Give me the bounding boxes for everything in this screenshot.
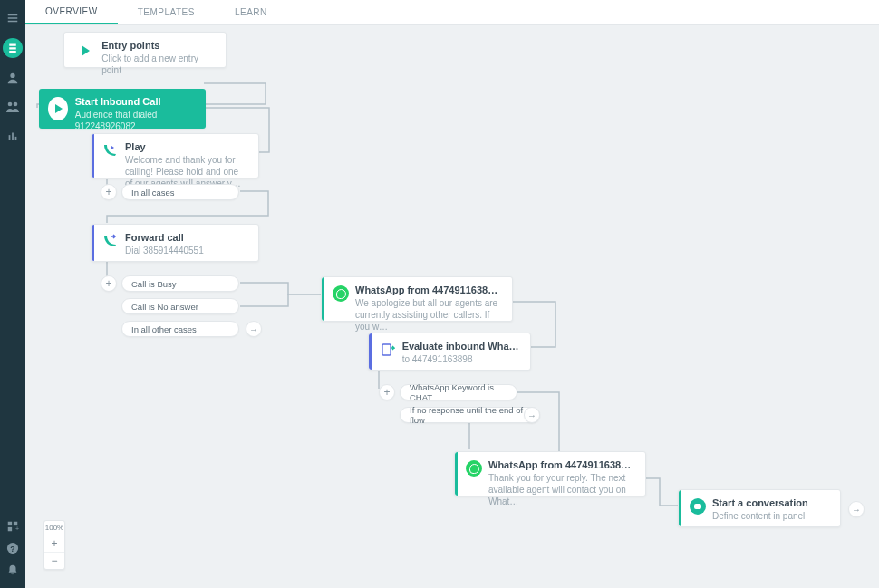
start-conversation-node[interactable]: Start a conversation Define content in p… xyxy=(678,489,841,527)
svg-rect-8 xyxy=(8,527,12,531)
svg-rect-6 xyxy=(8,522,12,525)
svg-text:+: + xyxy=(15,525,19,532)
branch-label: Call is Busy xyxy=(131,279,177,289)
play-icon xyxy=(75,41,94,61)
whatsapp-icon xyxy=(465,459,483,477)
play-icon xyxy=(48,97,68,120)
branch-expand-button[interactable]: → xyxy=(524,407,540,423)
branch-call-no-answer[interactable]: Call is No answer xyxy=(121,298,239,314)
evaluate-icon xyxy=(379,341,397,359)
bell-icon[interactable] xyxy=(4,561,22,579)
branch-label: Call is No answer xyxy=(131,302,198,312)
evaluate-whatsapp-node[interactable]: Evaluate inbound WhatsApp to 44749116389… xyxy=(368,333,531,371)
entry-points-node[interactable]: Entry points Click to add a new entry po… xyxy=(63,32,227,68)
zoom-out-button[interactable]: − xyxy=(44,552,64,569)
conv-title: Start a conversation xyxy=(712,497,808,508)
flow-icon[interactable] xyxy=(3,38,23,58)
svg-point-2 xyxy=(14,102,18,107)
svg-rect-3 xyxy=(9,135,11,140)
wa2-sub: Thank you for your reply. The next avail… xyxy=(488,472,632,507)
branch-label: If no response until the end of flow xyxy=(410,405,530,425)
user-icon[interactable] xyxy=(4,69,22,87)
analytics-icon[interactable] xyxy=(4,127,22,145)
start-sub: Audience that dialed 912248926082 xyxy=(75,109,197,132)
forward-title: Forward call xyxy=(125,232,204,243)
whatsapp-message-node-2[interactable]: WhatsApp from 447491163898 Thank you for… xyxy=(454,451,646,496)
play-node[interactable]: Play Welcome and thank you for calling! … xyxy=(91,133,259,178)
start-title: Start Inbound Call xyxy=(75,96,197,107)
tab-learn[interactable]: LEARN xyxy=(215,0,287,24)
forward-call-node[interactable]: Forward call Dial 385914440551 xyxy=(91,224,259,262)
svg-rect-12 xyxy=(382,344,391,355)
add-branch-button[interactable]: + xyxy=(101,184,117,200)
svg-rect-4 xyxy=(12,133,14,140)
users-icon[interactable] xyxy=(4,98,22,116)
top-tabs: OVERVIEW TEMPLATES LEARN xyxy=(25,0,879,25)
branch-no-response[interactable]: If no response until the end of flow xyxy=(400,407,540,423)
eval-title: Evaluate inbound WhatsApp xyxy=(402,341,521,352)
branch-label: In all cases xyxy=(131,188,175,198)
eval-sub: to 447491163898 xyxy=(402,353,521,365)
conversation-icon xyxy=(689,497,707,516)
tab-overview[interactable]: OVERVIEW xyxy=(25,0,118,24)
phone-play-icon xyxy=(101,141,120,159)
zoom-percent: 100% xyxy=(44,521,64,535)
hamburger-icon[interactable] xyxy=(4,9,22,27)
branch-call-busy[interactable]: Call is Busy xyxy=(121,275,239,292)
branch-in-all-other-cases[interactable]: In all other cases xyxy=(121,321,239,337)
whatsapp-icon xyxy=(332,284,350,303)
zoom-control: 100% + − xyxy=(43,520,65,570)
forward-sub: Dial 385914440551 xyxy=(125,245,204,256)
phone-forward-icon xyxy=(101,232,120,250)
svg-point-0 xyxy=(10,73,14,78)
branch-label: WhatsApp Keyword is CHAT xyxy=(410,382,507,402)
help-icon[interactable]: ? xyxy=(4,539,22,557)
flow-canvas[interactable]: Entry points Click to add a new entry po… xyxy=(25,25,879,588)
left-rail: + ? xyxy=(0,0,25,588)
svg-point-1 xyxy=(8,102,13,107)
tab-templates[interactable]: TEMPLATES xyxy=(118,0,215,24)
wa1-title: WhatsApp from 447491163898 xyxy=(355,284,498,295)
entry-sub: Click to add a new entry point xyxy=(101,53,217,76)
conv-sub: Define content in panel xyxy=(712,510,808,522)
branch-expand-button[interactable]: → xyxy=(246,321,262,337)
apps-icon[interactable]: + xyxy=(4,517,22,535)
branch-in-all-cases[interactable]: In all cases xyxy=(121,184,239,200)
add-branch-button[interactable]: + xyxy=(379,384,395,400)
wa2-title: WhatsApp from 447491163898 xyxy=(488,459,632,470)
svg-text:?: ? xyxy=(10,545,14,554)
node-expand-button[interactable]: → xyxy=(848,501,865,517)
svg-rect-5 xyxy=(15,137,17,140)
branch-keyword-chat[interactable]: WhatsApp Keyword is CHAT xyxy=(400,384,517,400)
branch-label: In all other cases xyxy=(131,324,197,334)
play-title: Play xyxy=(125,141,248,152)
rail-bottom-group: + ? xyxy=(4,514,22,588)
zoom-in-button[interactable]: + xyxy=(44,535,64,552)
entry-title: Entry points xyxy=(101,40,217,51)
wa1-sub: We apologize but all our agents are curr… xyxy=(355,297,498,333)
add-branch-button[interactable]: + xyxy=(101,275,117,292)
whatsapp-message-node-1[interactable]: WhatsApp from 447491163898 We apologize … xyxy=(321,276,513,322)
start-inbound-call-node[interactable]: Start Inbound Call Audience that dialed … xyxy=(39,89,206,129)
